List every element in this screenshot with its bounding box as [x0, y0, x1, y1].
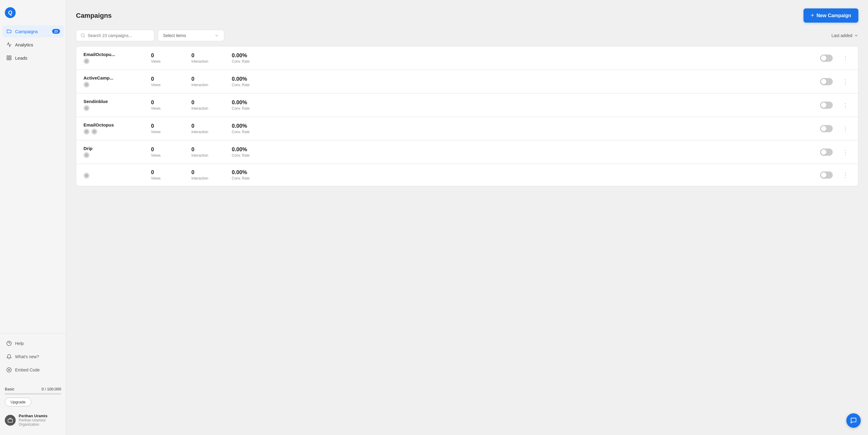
views-label: Views: [151, 59, 184, 64]
sidebar-item-campaigns[interactable]: Campaigns 23: [2, 25, 64, 37]
leads-icon: [6, 55, 12, 61]
toolbar: Select items Last added: [76, 30, 858, 41]
folder-icon: [6, 28, 12, 34]
user-name: Perihan Uramis: [19, 413, 61, 418]
interaction-value: 0: [191, 169, 224, 176]
views-label: Views: [151, 106, 184, 110]
campaign-name: Drip: [84, 146, 144, 151]
user-info: Perihan Uramis Perihan Uramiss' Organiza…: [19, 413, 61, 427]
analytics-label: Analytics: [15, 42, 33, 47]
upgrade-button[interactable]: Upgrade: [5, 398, 31, 406]
campaign-more-button[interactable]: ⋮: [840, 124, 851, 133]
views-col: 0 Views: [151, 123, 184, 134]
campaign-more-button[interactable]: ⋮: [840, 77, 851, 87]
conv-rate-value: 0.00%: [232, 169, 265, 176]
globe-icon: [84, 58, 90, 64]
leads-label: Leads: [15, 56, 27, 61]
campaign-name-col: [84, 171, 144, 179]
campaign-more-button[interactable]: ⋮: [840, 100, 851, 110]
interaction-col: 0 Interaction: [191, 99, 224, 110]
search-input[interactable]: [88, 33, 150, 38]
globe-icon: [91, 129, 97, 135]
search-box[interactable]: [76, 30, 154, 41]
campaign-name: EmailOctopu...: [84, 52, 144, 57]
campaign-icons: [84, 173, 144, 179]
views-label: Views: [151, 130, 184, 134]
campaign-toggle[interactable]: [820, 55, 833, 62]
globe-icon: [84, 105, 90, 111]
campaign-card: Drip 0 Views 0 Interaction 0.00% Conv. R…: [76, 140, 858, 164]
sidebar-item-embed-code[interactable]: Embed Code: [2, 364, 64, 376]
sidebar-item-help[interactable]: Help: [2, 337, 64, 349]
views-value: 0: [151, 146, 184, 153]
interaction-col: 0 Interaction: [191, 76, 224, 87]
svg-point-6: [7, 368, 11, 372]
sidebar-item-whats-new[interactable]: What's new?: [2, 350, 64, 363]
conv-rate-value: 0.00%: [232, 146, 265, 153]
campaign-name-col: Drip: [84, 146, 144, 158]
help-label: Help: [15, 341, 24, 346]
views-value: 0: [151, 76, 184, 82]
plan-section: Basic 0 / 100.000 Upgrade: [0, 383, 66, 410]
conv-rate-label: Conv. Rate: [232, 153, 265, 158]
campaign-more-button[interactable]: ⋮: [840, 147, 851, 157]
new-campaign-button[interactable]: + New Campaign: [804, 8, 858, 23]
views-label: Views: [151, 83, 184, 87]
conv-rate-label: Conv. Rate: [232, 130, 265, 134]
bell-icon: [6, 354, 12, 360]
campaign-toggle[interactable]: [820, 171, 833, 179]
interaction-label: Interaction: [191, 153, 224, 158]
avatar: [5, 415, 16, 426]
sidebar-nav: Campaigns 23 Analytics Leads: [0, 25, 66, 331]
campaign-name: EmailOctopus: [84, 122, 144, 127]
campaign-icons: [84, 129, 144, 135]
sort-button[interactable]: Last added: [832, 33, 858, 38]
views-value: 0: [151, 169, 184, 176]
chat-bubble[interactable]: [846, 413, 861, 428]
select-items-dropdown[interactable]: Select items: [158, 30, 224, 41]
campaign-name-col: Sendinblue: [84, 99, 144, 111]
interaction-col: 0 Interaction: [191, 53, 224, 64]
campaign-more-button[interactable]: ⋮: [840, 170, 851, 180]
campaign-toggle[interactable]: [820, 148, 833, 156]
sort-label: Last added: [832, 33, 852, 38]
conv-rate-col: 0.00% Conv. Rate: [232, 53, 265, 64]
campaign-name-col: EmailOctopu...: [84, 52, 144, 64]
campaign-toggle[interactable]: [820, 102, 833, 109]
sidebar-item-analytics[interactable]: Analytics: [2, 39, 64, 51]
plan-usage: 0 / 100.000: [41, 387, 61, 391]
views-label: Views: [151, 153, 184, 158]
views-value: 0: [151, 99, 184, 106]
plus-icon: +: [811, 12, 814, 19]
conv-rate-label: Conv. Rate: [232, 106, 265, 110]
interaction-value: 0: [191, 76, 224, 82]
page-title: Campaigns: [76, 12, 112, 20]
campaign-card: EmailOctopus 0 Views 0 Interaction 0.00%…: [76, 117, 858, 140]
globe-icon: [84, 173, 90, 179]
campaign-toggle[interactable]: [820, 78, 833, 85]
conv-rate-col: 0.00% Conv. Rate: [232, 169, 265, 180]
plan-bar: [5, 393, 61, 395]
sidebar-logo: Q: [0, 5, 66, 25]
chat-icon: [850, 417, 857, 424]
conv-rate-value: 0.00%: [232, 123, 265, 129]
help-icon: [6, 340, 12, 346]
campaign-toggle[interactable]: [820, 125, 833, 132]
views-value: 0: [151, 53, 184, 59]
svg-rect-1: [10, 56, 11, 57]
views-value: 0: [151, 123, 184, 129]
campaign-icons: [84, 105, 144, 111]
views-col: 0 Views: [151, 169, 184, 180]
svg-rect-3: [7, 59, 8, 60]
main-content: Campaigns + New Campaign Select items La…: [66, 0, 868, 435]
sidebar-item-leads[interactable]: Leads: [2, 52, 64, 64]
campaign-icons: [84, 152, 144, 158]
svg-rect-0: [7, 56, 8, 57]
chevron-down-icon: [214, 33, 219, 38]
select-placeholder: Select items: [163, 33, 186, 38]
interaction-value: 0: [191, 53, 224, 59]
campaign-more-button[interactable]: ⋮: [840, 53, 851, 63]
views-col: 0 Views: [151, 146, 184, 158]
sort-chevron-icon: [854, 33, 858, 38]
search-icon: [81, 33, 85, 38]
